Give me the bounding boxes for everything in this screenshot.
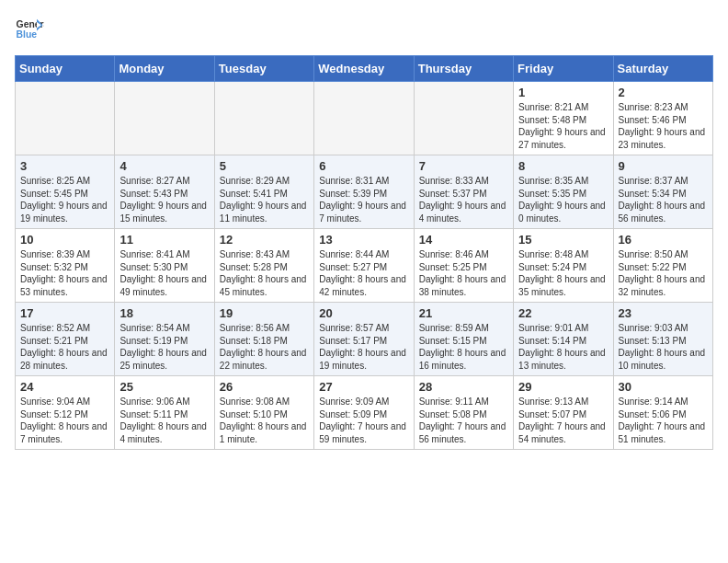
day-number: 30 [619, 380, 708, 394]
day-info: Sunrise: 8:59 AM Sunset: 5:15 PM Dayligh… [419, 322, 508, 372]
day-number: 27 [319, 380, 408, 394]
day-number: 17 [20, 306, 109, 320]
day-number: 9 [619, 159, 708, 173]
calendar-week-row: 3Sunrise: 8:25 AM Sunset: 5:45 PM Daylig… [16, 155, 713, 229]
weekday-header: Wednesday [314, 56, 414, 82]
day-info: Sunrise: 8:23 AM Sunset: 5:46 PM Dayligh… [619, 101, 708, 151]
calendar-cell: 25Sunrise: 9:06 AM Sunset: 5:11 PM Dayli… [115, 376, 214, 450]
day-info: Sunrise: 8:57 AM Sunset: 5:17 PM Dayligh… [319, 322, 408, 372]
day-info: Sunrise: 8:44 AM Sunset: 5:27 PM Dayligh… [319, 248, 408, 298]
calendar-cell [414, 82, 513, 155]
day-info: Sunrise: 8:52 AM Sunset: 5:21 PM Dayligh… [20, 322, 109, 372]
day-number: 7 [419, 159, 508, 173]
calendar-cell: 2Sunrise: 8:23 AM Sunset: 5:46 PM Daylig… [613, 82, 712, 155]
calendar-cell: 16Sunrise: 8:50 AM Sunset: 5:22 PM Dayli… [613, 229, 712, 303]
calendar-cell: 30Sunrise: 9:14 AM Sunset: 5:06 PM Dayli… [613, 376, 712, 450]
day-number: 18 [119, 306, 209, 320]
calendar-cell: 3Sunrise: 8:25 AM Sunset: 5:45 PM Daylig… [16, 155, 115, 229]
calendar-cell [214, 82, 313, 155]
calendar-cell: 20Sunrise: 8:57 AM Sunset: 5:17 PM Dayli… [314, 303, 414, 376]
weekday-header: Sunday [16, 56, 115, 82]
calendar-cell: 28Sunrise: 9:11 AM Sunset: 5:08 PM Dayli… [414, 376, 513, 450]
calendar-cell: 26Sunrise: 9:08 AM Sunset: 5:10 PM Dayli… [214, 376, 313, 450]
calendar-cell: 21Sunrise: 8:59 AM Sunset: 5:15 PM Dayli… [414, 303, 513, 376]
calendar-week-row: 17Sunrise: 8:52 AM Sunset: 5:21 PM Dayli… [16, 303, 713, 376]
day-number: 28 [419, 380, 508, 394]
day-number: 8 [518, 159, 608, 173]
day-number: 12 [220, 233, 309, 247]
calendar-cell [16, 82, 115, 155]
day-number: 13 [319, 233, 408, 247]
day-info: Sunrise: 8:29 AM Sunset: 5:41 PM Dayligh… [220, 175, 309, 224]
calendar-cell: 5Sunrise: 8:29 AM Sunset: 5:41 PM Daylig… [214, 155, 313, 229]
weekday-header: Monday [115, 56, 214, 82]
weekday-header: Friday [514, 56, 613, 82]
day-info: Sunrise: 8:21 AM Sunset: 5:48 PM Dayligh… [518, 101, 608, 151]
day-number: 19 [220, 306, 309, 320]
calendar-cell: 6Sunrise: 8:31 AM Sunset: 5:39 PM Daylig… [314, 155, 414, 229]
day-number: 3 [20, 159, 109, 173]
calendar-cell: 23Sunrise: 9:03 AM Sunset: 5:13 PM Dayli… [613, 303, 712, 376]
day-number: 21 [419, 306, 508, 320]
day-number: 26 [220, 380, 309, 394]
day-number: 10 [20, 233, 109, 247]
calendar-body: 1Sunrise: 8:21 AM Sunset: 5:48 PM Daylig… [16, 82, 713, 450]
day-info: Sunrise: 8:48 AM Sunset: 5:24 PM Dayligh… [518, 248, 608, 298]
calendar-cell: 4Sunrise: 8:27 AM Sunset: 5:43 PM Daylig… [115, 155, 214, 229]
calendar-cell: 19Sunrise: 8:56 AM Sunset: 5:18 PM Dayli… [214, 303, 313, 376]
day-number: 4 [119, 159, 209, 173]
calendar-cell [314, 82, 414, 155]
day-info: Sunrise: 9:04 AM Sunset: 5:12 PM Dayligh… [20, 396, 109, 445]
day-info: Sunrise: 8:31 AM Sunset: 5:39 PM Dayligh… [319, 175, 408, 224]
day-info: Sunrise: 9:14 AM Sunset: 5:06 PM Dayligh… [619, 396, 708, 445]
svg-text:Blue: Blue [17, 29, 38, 40]
weekday-header: Tuesday [214, 56, 313, 82]
day-number: 16 [619, 233, 708, 247]
day-info: Sunrise: 8:25 AM Sunset: 5:45 PM Dayligh… [20, 175, 109, 224]
day-number: 2 [619, 86, 708, 99]
logo: General Blue [15, 15, 44, 44]
day-info: Sunrise: 9:09 AM Sunset: 5:09 PM Dayligh… [319, 396, 408, 445]
day-number: 25 [119, 380, 209, 394]
calendar-week-row: 1Sunrise: 8:21 AM Sunset: 5:48 PM Daylig… [16, 82, 713, 155]
day-info: Sunrise: 9:11 AM Sunset: 5:08 PM Dayligh… [419, 396, 508, 445]
calendar-cell [115, 82, 214, 155]
day-info: Sunrise: 8:56 AM Sunset: 5:18 PM Dayligh… [220, 322, 309, 372]
calendar-cell: 9Sunrise: 8:37 AM Sunset: 5:34 PM Daylig… [613, 155, 712, 229]
calendar-cell: 18Sunrise: 8:54 AM Sunset: 5:19 PM Dayli… [115, 303, 214, 376]
calendar-cell: 22Sunrise: 9:01 AM Sunset: 5:14 PM Dayli… [514, 303, 613, 376]
day-info: Sunrise: 9:13 AM Sunset: 5:07 PM Dayligh… [518, 396, 608, 445]
calendar-cell: 29Sunrise: 9:13 AM Sunset: 5:07 PM Dayli… [514, 376, 613, 450]
calendar-table: SundayMondayTuesdayWednesdayThursdayFrid… [15, 55, 713, 450]
calendar-cell: 17Sunrise: 8:52 AM Sunset: 5:21 PM Dayli… [16, 303, 115, 376]
day-info: Sunrise: 9:03 AM Sunset: 5:13 PM Dayligh… [619, 322, 708, 372]
day-number: 29 [518, 380, 608, 394]
calendar-cell: 1Sunrise: 8:21 AM Sunset: 5:48 PM Daylig… [514, 82, 613, 155]
day-info: Sunrise: 9:06 AM Sunset: 5:11 PM Dayligh… [119, 396, 209, 445]
calendar-cell: 8Sunrise: 8:35 AM Sunset: 5:35 PM Daylig… [514, 155, 613, 229]
day-number: 23 [619, 306, 708, 320]
calendar-cell: 15Sunrise: 8:48 AM Sunset: 5:24 PM Dayli… [514, 229, 613, 303]
day-number: 22 [518, 306, 608, 320]
weekday-header: Thursday [414, 56, 513, 82]
day-info: Sunrise: 8:39 AM Sunset: 5:32 PM Dayligh… [20, 248, 109, 298]
day-info: Sunrise: 8:46 AM Sunset: 5:25 PM Dayligh… [419, 248, 508, 298]
calendar-cell: 12Sunrise: 8:43 AM Sunset: 5:28 PM Dayli… [214, 229, 313, 303]
day-number: 14 [419, 233, 508, 247]
calendar-week-row: 24Sunrise: 9:04 AM Sunset: 5:12 PM Dayli… [16, 376, 713, 450]
day-number: 11 [119, 233, 209, 247]
day-number: 5 [220, 159, 309, 173]
calendar-cell: 27Sunrise: 9:09 AM Sunset: 5:09 PM Dayli… [314, 376, 414, 450]
calendar-week-row: 10Sunrise: 8:39 AM Sunset: 5:32 PM Dayli… [16, 229, 713, 303]
day-info: Sunrise: 8:54 AM Sunset: 5:19 PM Dayligh… [119, 322, 209, 372]
calendar-cell: 24Sunrise: 9:04 AM Sunset: 5:12 PM Dayli… [16, 376, 115, 450]
day-info: Sunrise: 8:50 AM Sunset: 5:22 PM Dayligh… [619, 248, 708, 298]
calendar-cell: 13Sunrise: 8:44 AM Sunset: 5:27 PM Dayli… [314, 229, 414, 303]
day-info: Sunrise: 8:35 AM Sunset: 5:35 PM Dayligh… [518, 175, 608, 224]
day-info: Sunrise: 9:08 AM Sunset: 5:10 PM Dayligh… [220, 396, 309, 445]
calendar-cell: 11Sunrise: 8:41 AM Sunset: 5:30 PM Dayli… [115, 229, 214, 303]
day-number: 24 [20, 380, 109, 394]
day-info: Sunrise: 8:37 AM Sunset: 5:34 PM Dayligh… [619, 175, 708, 224]
day-info: Sunrise: 8:43 AM Sunset: 5:28 PM Dayligh… [220, 248, 309, 298]
day-info: Sunrise: 8:41 AM Sunset: 5:30 PM Dayligh… [119, 248, 209, 298]
